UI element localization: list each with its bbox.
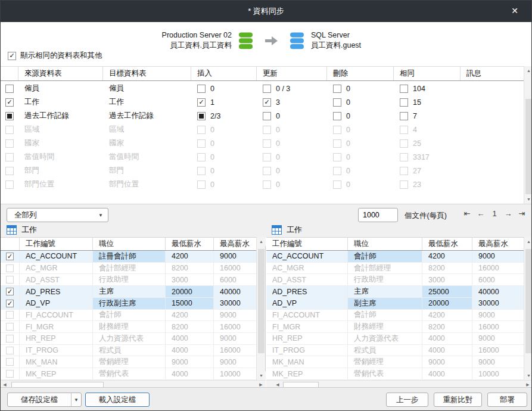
scroll-down-icon[interactable]: ▼ bbox=[257, 371, 266, 380]
row-checkbox[interactable] bbox=[400, 180, 408, 189]
row-checkbox[interactable] bbox=[5, 85, 14, 93]
column-header-job-id[interactable]: 工作編號 bbox=[20, 238, 93, 250]
column-header-message[interactable]: 訊息 bbox=[461, 67, 532, 80]
job-row[interactable]: AD_PRES主席2000040000 bbox=[1, 286, 256, 298]
scroll-down-icon[interactable]: ▼ bbox=[524, 195, 532, 204]
scrollbar-thumb[interactable] bbox=[258, 249, 265, 353]
row-checkbox[interactable] bbox=[6, 358, 14, 366]
job-row[interactable]: HR_REP人力資源代表40009000 bbox=[1, 333, 256, 345]
column-header-insert[interactable]: 插入 bbox=[191, 67, 257, 80]
row-checkbox[interactable] bbox=[263, 153, 271, 161]
job-row[interactable]: AD_VP行政副主席1500030000 bbox=[1, 298, 256, 310]
row-checkbox[interactable] bbox=[5, 126, 14, 134]
row-checkbox[interactable] bbox=[197, 98, 206, 107]
scroll-up-icon[interactable]: ▲ bbox=[257, 237, 266, 246]
job-row[interactable]: HR_REP人力資源代表40009000 bbox=[266, 333, 524, 345]
row-checkbox[interactable] bbox=[6, 288, 14, 295]
row-checkbox[interactable] bbox=[333, 153, 341, 161]
column-header-max-salary[interactable]: 最高薪水 bbox=[214, 238, 256, 250]
row-checkbox[interactable] bbox=[263, 85, 271, 93]
row-checkbox[interactable] bbox=[6, 370, 14, 378]
scroll-up-icon[interactable]: ▲ bbox=[524, 66, 532, 75]
row-checkbox[interactable] bbox=[333, 139, 341, 148]
row-checkbox[interactable] bbox=[333, 98, 341, 107]
column-header-target[interactable]: 目標資料表 bbox=[103, 67, 191, 80]
comparison-row[interactable]: 區域區域0004 bbox=[1, 123, 524, 136]
job-row[interactable]: AC_ACCOUNT會計師42009000 bbox=[266, 251, 524, 263]
row-checkbox[interactable] bbox=[263, 167, 271, 175]
job-row[interactable]: MK_REP營銷代表400010000 bbox=[1, 368, 256, 380]
recompare-button[interactable]: 重新比對 bbox=[434, 393, 482, 407]
rows-filter-select[interactable]: 全部列 ▼ bbox=[7, 208, 108, 222]
row-checkbox[interactable] bbox=[5, 112, 14, 120]
scrollbar-thumb[interactable] bbox=[525, 99, 532, 194]
column-header-source[interactable]: 來源資料表 bbox=[18, 67, 103, 80]
row-checkbox[interactable] bbox=[197, 85, 206, 93]
comparison-row[interactable]: 工作工作13015 bbox=[1, 95, 524, 109]
save-profile-dropdown[interactable]: ▼ bbox=[71, 393, 81, 406]
column-header-min-salary[interactable]: 最低薪水 bbox=[166, 238, 214, 250]
save-profile-button[interactable]: 儲存設定檔 ▼ bbox=[7, 393, 82, 407]
row-checkbox[interactable] bbox=[197, 180, 206, 189]
column-header-min-salary[interactable]: 最低薪水 bbox=[422, 238, 472, 250]
next-page-icon[interactable]: → bbox=[504, 209, 512, 218]
row-checkbox[interactable] bbox=[263, 126, 271, 134]
checkbox-icon[interactable] bbox=[8, 52, 16, 60]
row-checkbox[interactable] bbox=[6, 264, 14, 272]
last-page-icon[interactable]: ⇥ bbox=[518, 209, 526, 218]
row-checkbox[interactable] bbox=[400, 153, 408, 161]
comparison-row[interactable]: 僱員僱員00 / 30104 bbox=[1, 82, 524, 95]
row-checkbox[interactable] bbox=[197, 167, 206, 175]
scrollbar-thumb[interactable] bbox=[525, 249, 532, 353]
row-checkbox[interactable] bbox=[5, 139, 14, 148]
row-checkbox[interactable] bbox=[197, 112, 206, 120]
column-header-update[interactable]: 更新 bbox=[257, 67, 327, 80]
row-checkbox[interactable] bbox=[6, 347, 14, 354]
scroll-down-icon[interactable]: ▼ bbox=[524, 371, 532, 380]
row-checkbox[interactable] bbox=[6, 311, 14, 319]
column-header-max-salary[interactable]: 最高薪水 bbox=[472, 238, 524, 250]
job-row[interactable]: MK_REP營銷代表400010000 bbox=[266, 368, 524, 380]
row-checkbox[interactable] bbox=[197, 126, 206, 134]
job-row[interactable]: AD_PRES主席2500040000 bbox=[266, 286, 524, 298]
job-row[interactable]: AC_MGR會計部經理820016000 bbox=[1, 263, 256, 275]
job-row[interactable]: FI_MGR財務經理820016000 bbox=[1, 321, 256, 333]
row-checkbox[interactable] bbox=[263, 180, 271, 189]
prev-page-icon[interactable]: ← bbox=[477, 209, 485, 218]
scroll-up-icon[interactable]: ▲ bbox=[524, 237, 532, 246]
column-header-job-title[interactable]: 職位 bbox=[93, 238, 166, 250]
row-checkbox[interactable] bbox=[333, 85, 341, 93]
load-profile-button[interactable]: 載入設定檔 bbox=[85, 393, 150, 407]
row-checkbox[interactable] bbox=[333, 112, 341, 120]
row-checkbox[interactable] bbox=[6, 276, 14, 284]
row-checkbox[interactable] bbox=[6, 335, 14, 342]
row-checkbox[interactable] bbox=[5, 180, 14, 189]
row-checkbox[interactable] bbox=[197, 153, 206, 161]
job-row[interactable]: FI_ACCOUNT會計師42009000 bbox=[266, 310, 524, 322]
job-row[interactable]: AC_ACCOUNT註冊會計師42009000 bbox=[1, 251, 256, 263]
row-checkbox[interactable] bbox=[400, 85, 408, 93]
comparison-row[interactable]: 國家國家00025 bbox=[1, 136, 524, 150]
deploy-button[interactable]: 部署 bbox=[487, 393, 527, 407]
row-checkbox[interactable] bbox=[197, 139, 206, 148]
row-checkbox[interactable] bbox=[263, 139, 271, 148]
back-button[interactable]: 上一步 bbox=[386, 393, 428, 407]
job-row[interactable]: FI_MGR財務經理820016000 bbox=[266, 321, 524, 333]
job-row[interactable]: IT_PROG程式員400016000 bbox=[266, 345, 524, 357]
row-checkbox[interactable] bbox=[263, 98, 271, 107]
row-checkbox[interactable] bbox=[5, 167, 14, 175]
row-checkbox[interactable] bbox=[333, 126, 341, 134]
comparison-row[interactable]: 部門位置部門位置00023 bbox=[1, 178, 524, 191]
job-row[interactable]: AC_MGR會計部經理820016000 bbox=[266, 263, 524, 275]
job-row[interactable]: FI_ACCOUNT會計師42009000 bbox=[1, 310, 256, 322]
row-checkbox[interactable] bbox=[400, 167, 408, 175]
vertical-scrollbar[interactable]: ▲ ▼ bbox=[256, 237, 265, 380]
row-checkbox[interactable] bbox=[6, 323, 14, 331]
vertical-scrollbar[interactable]: ▲ ▼ bbox=[524, 237, 532, 380]
column-header-job-title[interactable]: 職位 bbox=[348, 238, 422, 250]
comparison-row[interactable]: 部門部門00027 bbox=[1, 164, 524, 178]
comparison-row[interactable]: 當值時間當值時間0003317 bbox=[1, 150, 524, 164]
row-checkbox[interactable] bbox=[400, 98, 408, 107]
first-page-icon[interactable]: ⇤ bbox=[463, 209, 471, 218]
close-icon[interactable]: ✕ bbox=[511, 6, 518, 15]
